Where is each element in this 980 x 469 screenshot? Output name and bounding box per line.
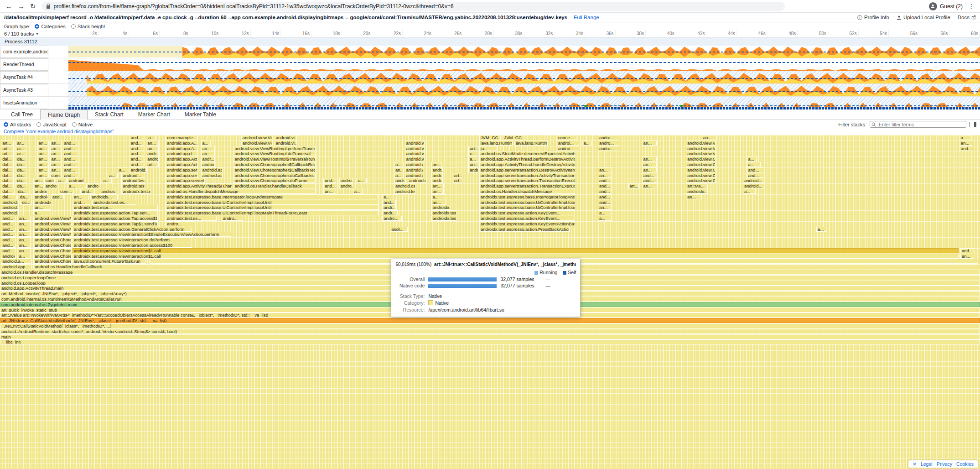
- flame-cell[interactable]: a...: [201, 141, 211, 146]
- flame-cell[interactable]: androidx.test.espresso.ViewInteraction$1…: [73, 248, 959, 253]
- flame-cell[interactable]: androi...: [201, 162, 215, 167]
- flame-cell[interactable]: android.app...: [201, 173, 223, 178]
- flame-cell[interactable]: an...: [431, 189, 444, 194]
- flame-cell[interactable]: a...: [743, 189, 756, 194]
- flame-cell[interactable]: androidx...: [431, 205, 451, 210]
- flame-cell[interactable]: _JNIEnv::CallStaticVoidMethod(_jclass*, …: [0, 323, 980, 328]
- flame-cell[interactable]: an...: [201, 151, 215, 156]
- tab-marker-table[interactable]: Marker Table: [177, 109, 223, 120]
- stacks-filter-javascript[interactable]: JavaScript: [36, 122, 66, 127]
- flame-cell[interactable]: android.view.Choreo...: [33, 237, 72, 242]
- flame-cell[interactable]: andr...: [431, 178, 443, 183]
- flame-cell[interactable]: and...: [130, 141, 144, 146]
- flame-cell[interactable]: an...: [431, 200, 446, 205]
- flame-cell[interactable]: android.view.ViewRo...: [33, 216, 72, 221]
- flame-cell[interactable]: androidx.test...: [431, 210, 457, 215]
- flame-cell[interactable]: and...: [642, 178, 658, 183]
- flame-cell[interactable]: android.app...: [201, 167, 223, 172]
- flame-cell[interactable]: da...: [16, 178, 26, 183]
- flame-cell[interactable]: and...: [1, 232, 16, 237]
- flame-cell[interactable]: and...: [130, 162, 144, 167]
- flame-cell[interactable]: da...: [16, 183, 26, 188]
- flame-cell[interactable]: android.app.servertransaction.DestroyAct…: [479, 167, 576, 172]
- flame-cell[interactable]: android.test...: [121, 178, 145, 183]
- track-activity-graph[interactable]: [68, 58, 980, 71]
- flame-cell[interactable]: and...: [1, 221, 16, 226]
- track-label[interactable]: RenderThread: [0, 58, 48, 71]
- flame-cell[interactable]: art...: [628, 183, 639, 188]
- flame-cell[interactable]: an...: [18, 237, 31, 242]
- flame-cell[interactable]: a...: [431, 194, 446, 199]
- flame-cell[interactable]: an...: [50, 146, 62, 151]
- flame-cell[interactable]: android::AndroidRuntime::start(char cons…: [0, 329, 980, 334]
- flame-cell[interactable]: androidx...: [100, 189, 115, 194]
- flame-cell[interactable]: and...: [598, 194, 612, 199]
- flame-cell[interactable]: android.app.A...: [166, 146, 198, 151]
- flame-cell[interactable]: android.view.ViewRootImpl.performTravers…: [233, 146, 316, 151]
- flame-cell[interactable]: a...: [816, 227, 826, 232]
- flame-cell[interactable]: android.view.Choreog...: [33, 259, 72, 264]
- flame-cell[interactable]: androidx.test.espresso.action.KeyEventAc…: [479, 221, 576, 226]
- flame-cell[interactable]: an...: [146, 146, 159, 151]
- flame-cell[interactable]: android.view.Choreographer.doCallbacks: [233, 173, 316, 178]
- stacks-filter-all-stacks[interactable]: All stacks: [4, 122, 31, 127]
- footer-link-legal[interactable]: Legal: [921, 461, 933, 467]
- flame-cell[interactable]: an...: [201, 146, 215, 151]
- flame-cell[interactable]: a...: [102, 178, 111, 183]
- flame-cell[interactable]: andr...: [382, 210, 398, 215]
- flame-cell[interactable]: an...: [686, 194, 701, 199]
- docs-link[interactable]: Docs: [958, 15, 976, 20]
- flame-cell[interactable]: andr...: [146, 151, 159, 156]
- flame-cell[interactable]: andro...: [339, 178, 353, 183]
- flame-cell[interactable]: andro...: [339, 183, 353, 188]
- flame-cell[interactable]: dal...: [1, 167, 14, 172]
- flame-cell[interactable]: android.os.StrictMode.decrementExpectedA…: [479, 151, 576, 156]
- flame-cell[interactable]: an...: [18, 216, 31, 221]
- flame-cell[interactable]: android.view.ViewRootImpl.doTraversal: [233, 151, 316, 156]
- flame-cell[interactable]: ar...: [16, 141, 26, 146]
- flame-cell[interactable]: androidx.test.espresso.action.GeneralCli…: [73, 227, 192, 232]
- flame-cell[interactable]: and...: [63, 162, 78, 167]
- flame-cell[interactable]: andr...: [201, 156, 215, 162]
- flame-cell[interactable]: androidx.test.espr...: [73, 205, 158, 210]
- flame-cell[interactable]: an...: [468, 162, 478, 167]
- flame-cell[interactable]: androidx.test.e...: [431, 216, 457, 221]
- flame-cell[interactable]: da...: [17, 189, 29, 194]
- full-range-link[interactable]: Full Range: [574, 15, 599, 20]
- flame-cell[interactable]: androidx.test.es...: [166, 216, 217, 221]
- flame-cell[interactable]: da...: [16, 167, 26, 172]
- flame-cell[interactable]: androidx.test.espresso.base.UiController…: [166, 200, 378, 205]
- flame-cell[interactable]: android.v...: [1, 205, 19, 210]
- flame-cell[interactable]: android.view.Choreo...: [33, 243, 72, 248]
- flame-cell[interactable]: com...: [50, 173, 62, 178]
- flame-cell[interactable]: androidx.test.espresso.base.Interrogator…: [166, 194, 378, 199]
- flame-cell[interactable]: android.a...: [1, 254, 16, 259]
- flame-cell[interactable]: an...: [18, 232, 31, 237]
- flame-cell[interactable]: an...: [37, 156, 49, 162]
- flame-cell[interactable]: a...: [18, 254, 31, 259]
- flame-cell[interactable]: an...: [50, 156, 62, 162]
- flame-cell[interactable]: dal...: [1, 178, 14, 183]
- flame-cell[interactable]: andro...: [382, 216, 402, 221]
- flame-cell[interactable]: android.view.ViewRo...: [33, 232, 72, 237]
- flame-cell[interactable]: and...: [1, 248, 16, 253]
- upload-profile-button[interactable]: Upload Local Profile: [897, 15, 950, 20]
- flame-cell[interactable]: android.a...: [1, 259, 31, 264]
- flame-cell[interactable]: android.view.V...: [686, 151, 715, 156]
- flame-cell[interactable]: an...: [960, 254, 973, 259]
- flame-cell[interactable]: __libc_init: [0, 339, 980, 344]
- flame-cell[interactable]: da...: [19, 194, 31, 199]
- flame-cell[interactable]: android.app.ActivityThread$H.handleMessa…: [166, 183, 232, 188]
- forward-button[interactable]: →: [18, 3, 25, 10]
- flame-cell[interactable]: and...: [598, 183, 612, 188]
- flame-cell[interactable]: andr...: [468, 167, 478, 172]
- flame-cell[interactable]: art...: [431, 183, 444, 188]
- flame-cell[interactable]: android.app.ActivityThread.handleDestroy…: [479, 162, 576, 167]
- flame-cell[interactable]: android.view.ViewRo...: [33, 221, 72, 226]
- flame-cell[interactable]: android.os.Handler.dispatchMessage: [479, 189, 576, 194]
- flame-cell[interactable]: android.v...: [405, 146, 425, 151]
- flame-cell[interactable]: androidx.test.espresso.ViewInteraction.d…: [73, 237, 192, 242]
- flame-cell[interactable]: android.app.I...: [166, 151, 198, 156]
- flame-cell[interactable]: an...: [642, 183, 658, 188]
- flame-cell[interactable]: main: [0, 334, 980, 339]
